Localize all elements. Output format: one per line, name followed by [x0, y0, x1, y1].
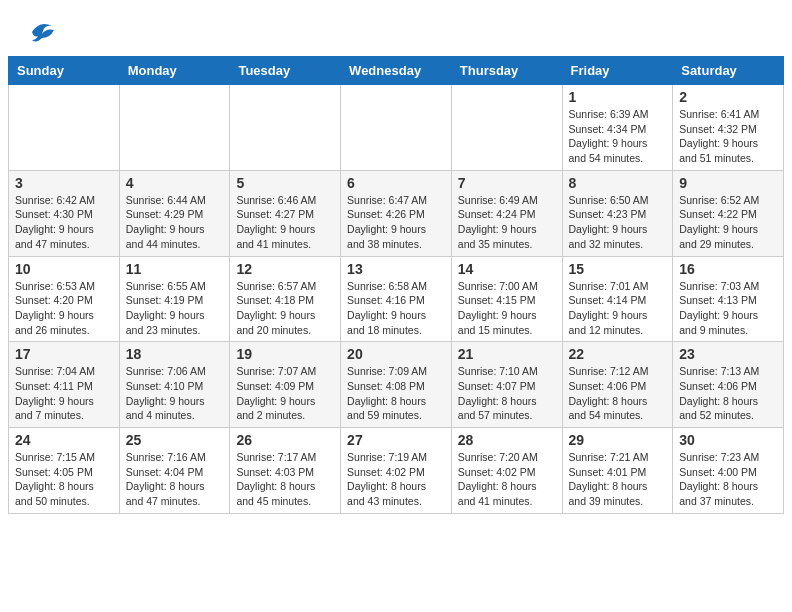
calendar-cell	[9, 85, 120, 171]
day-number: 27	[347, 432, 445, 448]
day-number: 6	[347, 175, 445, 191]
day-info: Sunrise: 6:47 AM Sunset: 4:26 PM Dayligh…	[347, 193, 445, 252]
day-info: Sunrise: 7:09 AM Sunset: 4:08 PM Dayligh…	[347, 364, 445, 423]
day-number: 3	[15, 175, 113, 191]
calendar-cell: 2Sunrise: 6:41 AM Sunset: 4:32 PM Daylig…	[673, 85, 784, 171]
calendar-wrapper: SundayMondayTuesdayWednesdayThursdayFrid…	[0, 56, 792, 522]
calendar-row: 3Sunrise: 6:42 AM Sunset: 4:30 PM Daylig…	[9, 170, 784, 256]
day-info: Sunrise: 6:44 AM Sunset: 4:29 PM Dayligh…	[126, 193, 224, 252]
day-info: Sunrise: 7:06 AM Sunset: 4:10 PM Dayligh…	[126, 364, 224, 423]
calendar-cell: 14Sunrise: 7:00 AM Sunset: 4:15 PM Dayli…	[451, 256, 562, 342]
calendar-cell: 7Sunrise: 6:49 AM Sunset: 4:24 PM Daylig…	[451, 170, 562, 256]
day-number: 15	[569, 261, 667, 277]
day-number: 4	[126, 175, 224, 191]
day-number: 2	[679, 89, 777, 105]
day-info: Sunrise: 7:07 AM Sunset: 4:09 PM Dayligh…	[236, 364, 334, 423]
calendar-header-row: SundayMondayTuesdayWednesdayThursdayFrid…	[9, 57, 784, 85]
day-info: Sunrise: 6:53 AM Sunset: 4:20 PM Dayligh…	[15, 279, 113, 338]
day-info: Sunrise: 6:42 AM Sunset: 4:30 PM Dayligh…	[15, 193, 113, 252]
calendar-row: 1Sunrise: 6:39 AM Sunset: 4:34 PM Daylig…	[9, 85, 784, 171]
calendar-cell: 29Sunrise: 7:21 AM Sunset: 4:01 PM Dayli…	[562, 428, 673, 514]
calendar-cell: 21Sunrise: 7:10 AM Sunset: 4:07 PM Dayli…	[451, 342, 562, 428]
day-number: 19	[236, 346, 334, 362]
calendar-cell: 9Sunrise: 6:52 AM Sunset: 4:22 PM Daylig…	[673, 170, 784, 256]
calendar-cell: 26Sunrise: 7:17 AM Sunset: 4:03 PM Dayli…	[230, 428, 341, 514]
weekday-header: Saturday	[673, 57, 784, 85]
day-number: 18	[126, 346, 224, 362]
day-info: Sunrise: 6:39 AM Sunset: 4:34 PM Dayligh…	[569, 107, 667, 166]
calendar-cell: 13Sunrise: 6:58 AM Sunset: 4:16 PM Dayli…	[341, 256, 452, 342]
calendar-cell: 8Sunrise: 6:50 AM Sunset: 4:23 PM Daylig…	[562, 170, 673, 256]
calendar-cell: 20Sunrise: 7:09 AM Sunset: 4:08 PM Dayli…	[341, 342, 452, 428]
calendar-cell: 28Sunrise: 7:20 AM Sunset: 4:02 PM Dayli…	[451, 428, 562, 514]
calendar-row: 10Sunrise: 6:53 AM Sunset: 4:20 PM Dayli…	[9, 256, 784, 342]
logo	[20, 16, 56, 52]
day-number: 28	[458, 432, 556, 448]
weekday-header: Wednesday	[341, 57, 452, 85]
day-info: Sunrise: 6:46 AM Sunset: 4:27 PM Dayligh…	[236, 193, 334, 252]
calendar-cell: 18Sunrise: 7:06 AM Sunset: 4:10 PM Dayli…	[119, 342, 230, 428]
calendar-cell: 16Sunrise: 7:03 AM Sunset: 4:13 PM Dayli…	[673, 256, 784, 342]
calendar-row: 17Sunrise: 7:04 AM Sunset: 4:11 PM Dayli…	[9, 342, 784, 428]
calendar-cell	[119, 85, 230, 171]
day-number: 23	[679, 346, 777, 362]
logo-icon	[24, 16, 56, 52]
day-number: 30	[679, 432, 777, 448]
day-number: 20	[347, 346, 445, 362]
day-number: 25	[126, 432, 224, 448]
day-info: Sunrise: 7:10 AM Sunset: 4:07 PM Dayligh…	[458, 364, 556, 423]
day-number: 16	[679, 261, 777, 277]
day-info: Sunrise: 6:52 AM Sunset: 4:22 PM Dayligh…	[679, 193, 777, 252]
weekday-header: Sunday	[9, 57, 120, 85]
calendar-cell: 4Sunrise: 6:44 AM Sunset: 4:29 PM Daylig…	[119, 170, 230, 256]
calendar-cell	[341, 85, 452, 171]
day-info: Sunrise: 6:55 AM Sunset: 4:19 PM Dayligh…	[126, 279, 224, 338]
day-info: Sunrise: 7:23 AM Sunset: 4:00 PM Dayligh…	[679, 450, 777, 509]
day-info: Sunrise: 7:12 AM Sunset: 4:06 PM Dayligh…	[569, 364, 667, 423]
calendar-cell: 19Sunrise: 7:07 AM Sunset: 4:09 PM Dayli…	[230, 342, 341, 428]
day-number: 1	[569, 89, 667, 105]
day-info: Sunrise: 7:19 AM Sunset: 4:02 PM Dayligh…	[347, 450, 445, 509]
day-info: Sunrise: 7:15 AM Sunset: 4:05 PM Dayligh…	[15, 450, 113, 509]
day-number: 9	[679, 175, 777, 191]
day-info: Sunrise: 6:57 AM Sunset: 4:18 PM Dayligh…	[236, 279, 334, 338]
day-info: Sunrise: 7:01 AM Sunset: 4:14 PM Dayligh…	[569, 279, 667, 338]
weekday-header: Thursday	[451, 57, 562, 85]
calendar-cell: 15Sunrise: 7:01 AM Sunset: 4:14 PM Dayli…	[562, 256, 673, 342]
calendar-cell: 27Sunrise: 7:19 AM Sunset: 4:02 PM Dayli…	[341, 428, 452, 514]
day-number: 5	[236, 175, 334, 191]
day-info: Sunrise: 7:16 AM Sunset: 4:04 PM Dayligh…	[126, 450, 224, 509]
day-number: 13	[347, 261, 445, 277]
page-header	[0, 0, 792, 56]
calendar-cell: 10Sunrise: 6:53 AM Sunset: 4:20 PM Dayli…	[9, 256, 120, 342]
day-number: 8	[569, 175, 667, 191]
day-number: 14	[458, 261, 556, 277]
calendar-cell: 25Sunrise: 7:16 AM Sunset: 4:04 PM Dayli…	[119, 428, 230, 514]
weekday-header: Tuesday	[230, 57, 341, 85]
day-number: 21	[458, 346, 556, 362]
weekday-header: Monday	[119, 57, 230, 85]
day-info: Sunrise: 7:00 AM Sunset: 4:15 PM Dayligh…	[458, 279, 556, 338]
day-number: 11	[126, 261, 224, 277]
day-number: 26	[236, 432, 334, 448]
day-number: 10	[15, 261, 113, 277]
day-info: Sunrise: 7:04 AM Sunset: 4:11 PM Dayligh…	[15, 364, 113, 423]
calendar-row: 24Sunrise: 7:15 AM Sunset: 4:05 PM Dayli…	[9, 428, 784, 514]
calendar-table: SundayMondayTuesdayWednesdayThursdayFrid…	[8, 56, 784, 514]
calendar-cell: 5Sunrise: 6:46 AM Sunset: 4:27 PM Daylig…	[230, 170, 341, 256]
day-number: 7	[458, 175, 556, 191]
calendar-cell	[451, 85, 562, 171]
calendar-cell: 24Sunrise: 7:15 AM Sunset: 4:05 PM Dayli…	[9, 428, 120, 514]
calendar-cell: 12Sunrise: 6:57 AM Sunset: 4:18 PM Dayli…	[230, 256, 341, 342]
day-info: Sunrise: 6:41 AM Sunset: 4:32 PM Dayligh…	[679, 107, 777, 166]
day-info: Sunrise: 7:17 AM Sunset: 4:03 PM Dayligh…	[236, 450, 334, 509]
day-number: 29	[569, 432, 667, 448]
calendar-cell: 1Sunrise: 6:39 AM Sunset: 4:34 PM Daylig…	[562, 85, 673, 171]
day-info: Sunrise: 6:58 AM Sunset: 4:16 PM Dayligh…	[347, 279, 445, 338]
weekday-header: Friday	[562, 57, 673, 85]
calendar-cell: 6Sunrise: 6:47 AM Sunset: 4:26 PM Daylig…	[341, 170, 452, 256]
calendar-cell	[230, 85, 341, 171]
calendar-cell: 3Sunrise: 6:42 AM Sunset: 4:30 PM Daylig…	[9, 170, 120, 256]
day-info: Sunrise: 6:49 AM Sunset: 4:24 PM Dayligh…	[458, 193, 556, 252]
day-number: 17	[15, 346, 113, 362]
